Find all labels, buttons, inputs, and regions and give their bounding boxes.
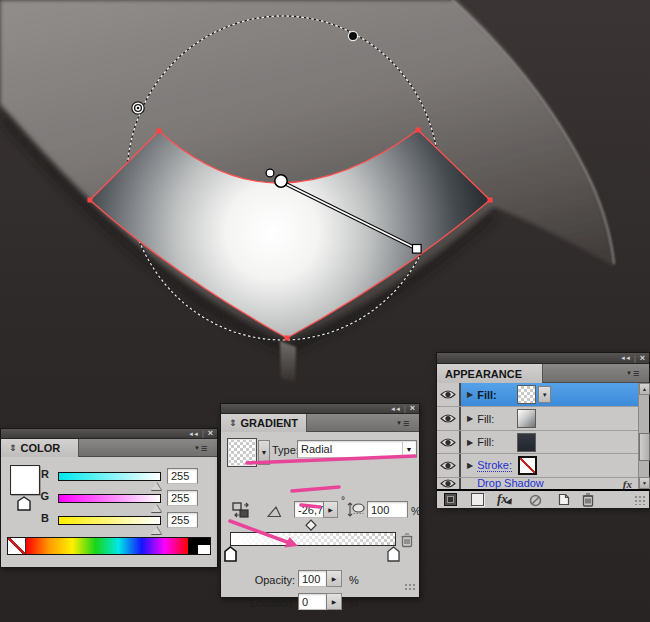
appearance-button-bar: fx <box>437 491 649 508</box>
clear-appearance-button[interactable] <box>529 494 542 507</box>
gradient-end-handle <box>413 245 422 254</box>
percent-symbol: % <box>411 505 421 517</box>
angle-field-group: -26,7 ▶ <box>294 501 338 518</box>
aspect-ratio-field[interactable]: 100 <box>367 501 408 518</box>
visibility-eye-icon[interactable] <box>437 383 461 406</box>
opacity-label: Opacity: <box>231 574 295 586</box>
ellipse-target-handle[interactable] <box>132 102 144 114</box>
appearance-row-fill-dark[interactable]: ▶ Fill: <box>437 431 640 454</box>
topbar-divider: | <box>202 430 204 437</box>
panel-resize-grip[interactable] <box>634 495 646 505</box>
appearance-row-drop-shadow[interactable]: ▶ Drop Shadow fx <box>437 478 640 489</box>
reverse-gradient-icon[interactable] <box>232 502 251 519</box>
disclosure-triangle-icon[interactable]: ▶ <box>467 438 473 447</box>
gradient-panel-menu-icon[interactable]: ▼ ≡ <box>396 417 414 429</box>
red-slider[interactable] <box>58 472 161 481</box>
location-field[interactable]: 0 <box>298 593 327 610</box>
drop-shadow-link[interactable]: Drop Shadow <box>477 478 547 489</box>
gradient-panel-content: ▼ Type: Radial ▼ -26,7 ▶ ° <box>221 432 419 597</box>
blue-value-field[interactable]: 255 <box>167 512 198 528</box>
angle-spinner[interactable]: ▶ <box>324 501 338 518</box>
tab-appearance[interactable]: APPEARANCE <box>437 364 543 383</box>
fill-swatch[interactable] <box>10 465 40 495</box>
close-panel-icon[interactable]: × <box>640 354 645 363</box>
appearance-panel-menu-icon[interactable]: ▼ ≡ <box>626 367 644 379</box>
blue-slider[interactable] <box>58 516 161 525</box>
visibility-eye-icon[interactable] <box>437 407 461 430</box>
appearance-row-stroke[interactable]: ▶ Stroke: <box>437 454 640 478</box>
visibility-eye-icon[interactable] <box>437 478 461 489</box>
none-color-swatch[interactable] <box>8 538 26 554</box>
close-panel-icon[interactable]: × <box>410 404 415 413</box>
fill-swatch-gradient[interactable] <box>517 409 536 428</box>
spectrum-ramp[interactable] <box>26 538 188 554</box>
fill-swatch-transparent[interactable] <box>517 385 536 404</box>
fx-effect-icon: fx <box>623 478 632 489</box>
collapse-panel-icon[interactable]: ◄◄ <box>188 431 198 437</box>
stroke-swatch-none[interactable] <box>518 456 537 475</box>
duplicate-item-button[interactable] <box>557 493 570 506</box>
gradient-origin-handle <box>275 175 287 187</box>
black-swatch[interactable] <box>188 538 210 554</box>
gradient-fill-swatch[interactable] <box>227 438 257 467</box>
channel-label-r: R <box>37 468 49 480</box>
red-slider-handle[interactable] <box>151 482 161 490</box>
row-label: Fill: <box>477 413 511 425</box>
green-value-field[interactable]: 255 <box>167 490 198 506</box>
gradient-midpoint-diamond[interactable] <box>304 519 318 532</box>
color-spectrum-bar[interactable] <box>7 537 211 555</box>
white-swatch[interactable] <box>198 545 210 554</box>
fill-swatch-dark[interactable] <box>517 433 536 452</box>
angle-field[interactable]: -26,7 <box>294 501 324 518</box>
green-slider-handle[interactable] <box>151 504 161 512</box>
green-slider[interactable] <box>58 494 161 503</box>
collapse-panel-icon[interactable]: ◄◄ <box>390 406 400 412</box>
stem-shape <box>280 341 296 383</box>
disclosure-triangle-icon[interactable]: ▶ <box>467 390 473 399</box>
visibility-eye-icon[interactable] <box>437 431 461 453</box>
add-new-effect-button[interactable]: fx <box>497 491 508 507</box>
swatch-dropdown[interactable]: ▼ <box>538 386 551 403</box>
delete-item-button[interactable] <box>581 492 595 507</box>
panel-resize-grip[interactable] <box>404 583 415 592</box>
opacity-field-group: 100 ▶ <box>298 570 342 587</box>
appearance-row-fill-transparent[interactable]: ▶ Fill: ▼ <box>437 383 640 407</box>
scroll-thumb[interactable] <box>639 433 650 461</box>
location-spinner[interactable]: ▶ <box>327 593 342 610</box>
stroke-swatch[interactable] <box>17 496 31 511</box>
gradient-type-select[interactable]: Radial ▼ <box>297 440 417 458</box>
add-new-stroke-button[interactable] <box>471 493 484 506</box>
tab-gradient[interactable]: ⇕ GRADIENT <box>221 414 307 432</box>
gradient-stop-left[interactable] <box>224 546 237 562</box>
channel-label-b: B <box>37 512 49 524</box>
tab-color[interactable]: ⇕ COLOR <box>1 439 79 457</box>
red-value-field[interactable]: 255 <box>167 468 198 484</box>
appearance-tab-row: APPEARANCE ▼ ≡ <box>437 364 649 383</box>
disclosure-triangle-icon[interactable]: ▶ <box>467 414 473 423</box>
stroke-link[interactable]: Stroke: <box>477 459 512 472</box>
illustrator-workspace: ◄◄ | × ⇕ COLOR ▼ ≡ R 255 G <box>0 0 650 622</box>
gradient-center-handle <box>266 169 274 177</box>
collapse-panel-icon[interactable]: ◄◄ <box>620 355 630 361</box>
gradient-panel-title: GRADIENT <box>241 417 298 429</box>
appearance-scrollbar[interactable]: ▲ ▼ <box>638 383 649 489</box>
ellipse-handle-dot[interactable] <box>348 31 357 40</box>
visibility-eye-icon[interactable] <box>437 454 461 477</box>
delete-stop-trash-icon[interactable] <box>400 532 414 548</box>
opacity-field[interactable]: 100 <box>298 570 327 587</box>
blue-slider-handle[interactable] <box>151 526 161 534</box>
disclosure-triangle-icon[interactable]: ▶ <box>467 461 473 470</box>
new-art-basic-appearance-button[interactable] <box>444 493 457 506</box>
scroll-up-button[interactable]: ▲ <box>639 383 650 395</box>
degree-symbol: ° <box>341 495 345 506</box>
appearance-row-fill-gradient[interactable]: ▶ Fill: <box>437 407 640 431</box>
appearance-panel-title: APPEARANCE <box>445 368 522 380</box>
dropdown-arrow-icon[interactable]: ▼ <box>402 442 415 456</box>
color-panel-menu-icon[interactable]: ▼ ≡ <box>194 442 212 454</box>
opacity-spinner[interactable]: ▶ <box>327 570 342 587</box>
close-panel-icon[interactable]: × <box>208 429 213 438</box>
gradient-preset-dropdown[interactable]: ▼ <box>258 440 270 465</box>
scroll-down-button[interactable]: ▼ <box>639 477 650 489</box>
gradient-slider-bar[interactable] <box>230 532 396 546</box>
gradient-stop-right[interactable] <box>387 546 400 562</box>
